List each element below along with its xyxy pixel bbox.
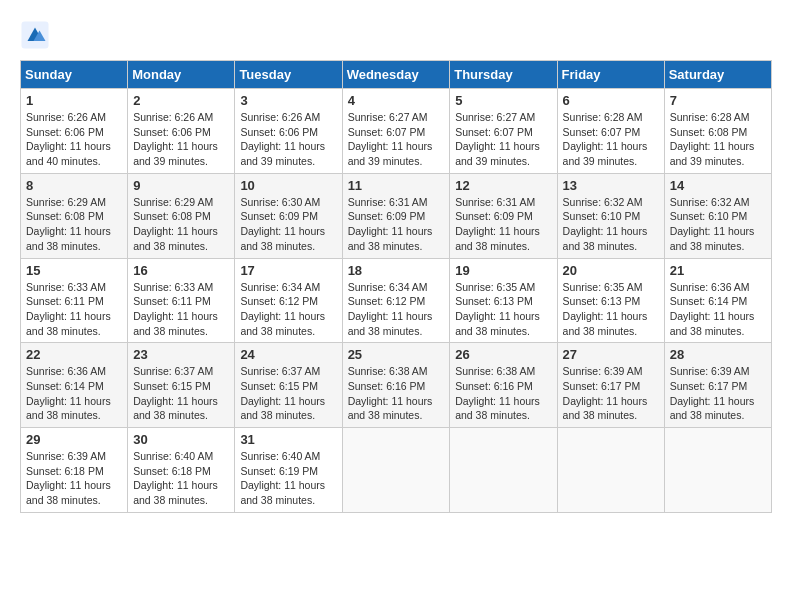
day-of-week-header: Wednesday: [342, 61, 450, 89]
day-number: 14: [670, 178, 766, 193]
day-info: Sunrise: 6:30 AM Sunset: 6:09 PM Dayligh…: [240, 195, 336, 254]
day-of-week-header: Friday: [557, 61, 664, 89]
day-info: Sunrise: 6:38 AM Sunset: 6:16 PM Dayligh…: [455, 364, 551, 423]
day-info: Sunrise: 6:26 AM Sunset: 6:06 PM Dayligh…: [26, 110, 122, 169]
day-info: Sunrise: 6:34 AM Sunset: 6:12 PM Dayligh…: [348, 280, 445, 339]
day-number: 25: [348, 347, 445, 362]
calendar-day-cell: 5Sunrise: 6:27 AM Sunset: 6:07 PM Daylig…: [450, 89, 557, 174]
day-number: 22: [26, 347, 122, 362]
day-number: 10: [240, 178, 336, 193]
calendar-day-cell: 29Sunrise: 6:39 AM Sunset: 6:18 PM Dayli…: [21, 428, 128, 513]
calendar-day-cell: 2Sunrise: 6:26 AM Sunset: 6:06 PM Daylig…: [128, 89, 235, 174]
day-number: 8: [26, 178, 122, 193]
calendar-day-cell: 8Sunrise: 6:29 AM Sunset: 6:08 PM Daylig…: [21, 173, 128, 258]
calendar-day-cell: 20Sunrise: 6:35 AM Sunset: 6:13 PM Dayli…: [557, 258, 664, 343]
day-info: Sunrise: 6:38 AM Sunset: 6:16 PM Dayligh…: [348, 364, 445, 423]
day-info: Sunrise: 6:31 AM Sunset: 6:09 PM Dayligh…: [348, 195, 445, 254]
day-number: 13: [563, 178, 659, 193]
day-number: 18: [348, 263, 445, 278]
day-number: 9: [133, 178, 229, 193]
calendar-day-cell: [342, 428, 450, 513]
calendar-day-cell: 1Sunrise: 6:26 AM Sunset: 6:06 PM Daylig…: [21, 89, 128, 174]
logo: [20, 20, 54, 50]
calendar-table: SundayMondayTuesdayWednesdayThursdayFrid…: [20, 60, 772, 513]
calendar-day-cell: 24Sunrise: 6:37 AM Sunset: 6:15 PM Dayli…: [235, 343, 342, 428]
day-info: Sunrise: 6:34 AM Sunset: 6:12 PM Dayligh…: [240, 280, 336, 339]
day-number: 23: [133, 347, 229, 362]
calendar-day-cell: 27Sunrise: 6:39 AM Sunset: 6:17 PM Dayli…: [557, 343, 664, 428]
calendar-day-cell: 12Sunrise: 6:31 AM Sunset: 6:09 PM Dayli…: [450, 173, 557, 258]
day-info: Sunrise: 6:39 AM Sunset: 6:17 PM Dayligh…: [563, 364, 659, 423]
calendar-week-row: 22Sunrise: 6:36 AM Sunset: 6:14 PM Dayli…: [21, 343, 772, 428]
day-number: 27: [563, 347, 659, 362]
calendar-day-cell: 13Sunrise: 6:32 AM Sunset: 6:10 PM Dayli…: [557, 173, 664, 258]
day-number: 20: [563, 263, 659, 278]
day-number: 4: [348, 93, 445, 108]
calendar-header-row: SundayMondayTuesdayWednesdayThursdayFrid…: [21, 61, 772, 89]
day-info: Sunrise: 6:28 AM Sunset: 6:07 PM Dayligh…: [563, 110, 659, 169]
day-info: Sunrise: 6:27 AM Sunset: 6:07 PM Dayligh…: [348, 110, 445, 169]
day-info: Sunrise: 6:37 AM Sunset: 6:15 PM Dayligh…: [133, 364, 229, 423]
calendar-day-cell: 17Sunrise: 6:34 AM Sunset: 6:12 PM Dayli…: [235, 258, 342, 343]
day-info: Sunrise: 6:32 AM Sunset: 6:10 PM Dayligh…: [670, 195, 766, 254]
day-info: Sunrise: 6:26 AM Sunset: 6:06 PM Dayligh…: [133, 110, 229, 169]
calendar-week-row: 1Sunrise: 6:26 AM Sunset: 6:06 PM Daylig…: [21, 89, 772, 174]
day-number: 7: [670, 93, 766, 108]
calendar-day-cell: 7Sunrise: 6:28 AM Sunset: 6:08 PM Daylig…: [664, 89, 771, 174]
calendar-day-cell: 19Sunrise: 6:35 AM Sunset: 6:13 PM Dayli…: [450, 258, 557, 343]
day-number: 1: [26, 93, 122, 108]
calendar-day-cell: 25Sunrise: 6:38 AM Sunset: 6:16 PM Dayli…: [342, 343, 450, 428]
calendar-week-row: 8Sunrise: 6:29 AM Sunset: 6:08 PM Daylig…: [21, 173, 772, 258]
calendar-day-cell: 14Sunrise: 6:32 AM Sunset: 6:10 PM Dayli…: [664, 173, 771, 258]
calendar-day-cell: 4Sunrise: 6:27 AM Sunset: 6:07 PM Daylig…: [342, 89, 450, 174]
calendar-day-cell: 16Sunrise: 6:33 AM Sunset: 6:11 PM Dayli…: [128, 258, 235, 343]
calendar-day-cell: 21Sunrise: 6:36 AM Sunset: 6:14 PM Dayli…: [664, 258, 771, 343]
day-of-week-header: Saturday: [664, 61, 771, 89]
day-number: 30: [133, 432, 229, 447]
calendar-day-cell: 31Sunrise: 6:40 AM Sunset: 6:19 PM Dayli…: [235, 428, 342, 513]
calendar-day-cell: 11Sunrise: 6:31 AM Sunset: 6:09 PM Dayli…: [342, 173, 450, 258]
day-info: Sunrise: 6:33 AM Sunset: 6:11 PM Dayligh…: [26, 280, 122, 339]
day-number: 21: [670, 263, 766, 278]
calendar-day-cell: 15Sunrise: 6:33 AM Sunset: 6:11 PM Dayli…: [21, 258, 128, 343]
calendar-day-cell: 30Sunrise: 6:40 AM Sunset: 6:18 PM Dayli…: [128, 428, 235, 513]
day-info: Sunrise: 6:36 AM Sunset: 6:14 PM Dayligh…: [670, 280, 766, 339]
day-number: 16: [133, 263, 229, 278]
day-of-week-header: Monday: [128, 61, 235, 89]
calendar-week-row: 29Sunrise: 6:39 AM Sunset: 6:18 PM Dayli…: [21, 428, 772, 513]
day-info: Sunrise: 6:36 AM Sunset: 6:14 PM Dayligh…: [26, 364, 122, 423]
calendar-day-cell: 23Sunrise: 6:37 AM Sunset: 6:15 PM Dayli…: [128, 343, 235, 428]
day-info: Sunrise: 6:31 AM Sunset: 6:09 PM Dayligh…: [455, 195, 551, 254]
day-number: 29: [26, 432, 122, 447]
day-info: Sunrise: 6:35 AM Sunset: 6:13 PM Dayligh…: [455, 280, 551, 339]
calendar-day-cell: [557, 428, 664, 513]
day-info: Sunrise: 6:40 AM Sunset: 6:19 PM Dayligh…: [240, 449, 336, 508]
day-info: Sunrise: 6:28 AM Sunset: 6:08 PM Dayligh…: [670, 110, 766, 169]
calendar-day-cell: [450, 428, 557, 513]
day-info: Sunrise: 6:39 AM Sunset: 6:18 PM Dayligh…: [26, 449, 122, 508]
day-info: Sunrise: 6:35 AM Sunset: 6:13 PM Dayligh…: [563, 280, 659, 339]
day-info: Sunrise: 6:32 AM Sunset: 6:10 PM Dayligh…: [563, 195, 659, 254]
day-info: Sunrise: 6:29 AM Sunset: 6:08 PM Dayligh…: [133, 195, 229, 254]
day-of-week-header: Sunday: [21, 61, 128, 89]
day-info: Sunrise: 6:27 AM Sunset: 6:07 PM Dayligh…: [455, 110, 551, 169]
calendar-day-cell: 28Sunrise: 6:39 AM Sunset: 6:17 PM Dayli…: [664, 343, 771, 428]
calendar-week-row: 15Sunrise: 6:33 AM Sunset: 6:11 PM Dayli…: [21, 258, 772, 343]
calendar-day-cell: 10Sunrise: 6:30 AM Sunset: 6:09 PM Dayli…: [235, 173, 342, 258]
day-info: Sunrise: 6:37 AM Sunset: 6:15 PM Dayligh…: [240, 364, 336, 423]
calendar-day-cell: 18Sunrise: 6:34 AM Sunset: 6:12 PM Dayli…: [342, 258, 450, 343]
day-info: Sunrise: 6:39 AM Sunset: 6:17 PM Dayligh…: [670, 364, 766, 423]
day-info: Sunrise: 6:29 AM Sunset: 6:08 PM Dayligh…: [26, 195, 122, 254]
day-number: 2: [133, 93, 229, 108]
day-info: Sunrise: 6:33 AM Sunset: 6:11 PM Dayligh…: [133, 280, 229, 339]
day-number: 28: [670, 347, 766, 362]
day-of-week-header: Thursday: [450, 61, 557, 89]
day-number: 11: [348, 178, 445, 193]
day-number: 19: [455, 263, 551, 278]
day-number: 3: [240, 93, 336, 108]
calendar-day-cell: 22Sunrise: 6:36 AM Sunset: 6:14 PM Dayli…: [21, 343, 128, 428]
day-number: 6: [563, 93, 659, 108]
day-of-week-header: Tuesday: [235, 61, 342, 89]
day-number: 17: [240, 263, 336, 278]
calendar-day-cell: 26Sunrise: 6:38 AM Sunset: 6:16 PM Dayli…: [450, 343, 557, 428]
